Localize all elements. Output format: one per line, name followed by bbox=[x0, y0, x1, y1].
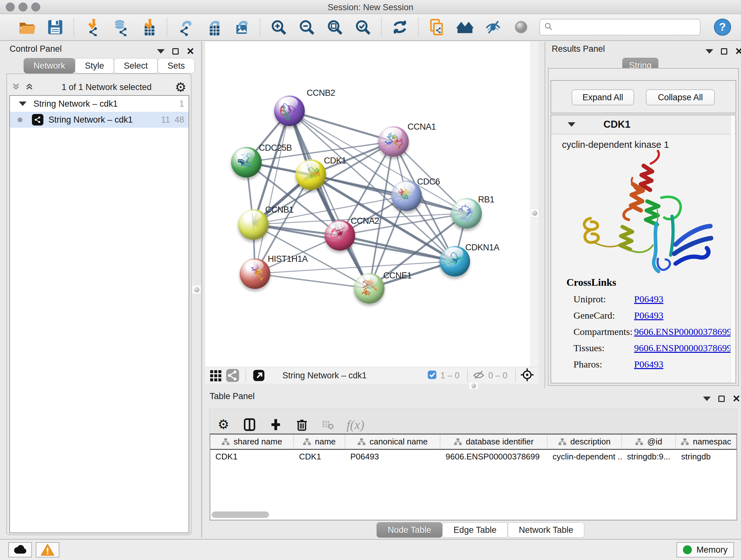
collection-expand-icon[interactable] bbox=[19, 102, 26, 106]
node-CDC25B[interactable] bbox=[231, 147, 262, 178]
node-CDK1[interactable] bbox=[295, 159, 326, 190]
columns-icon[interactable] bbox=[242, 417, 257, 432]
share-view-icon[interactable] bbox=[224, 368, 241, 383]
save-session-icon[interactable] bbox=[45, 17, 65, 37]
show-items-icon[interactable] bbox=[511, 17, 531, 37]
fit-selected-crosshair-icon[interactable] bbox=[520, 368, 534, 383]
gear-icon[interactable]: ⚙ bbox=[216, 417, 231, 432]
column-header--id[interactable]: @id bbox=[622, 435, 676, 449]
collapse-all-button[interactable]: Collapse All bbox=[646, 89, 715, 105]
tab-sets[interactable]: Sets bbox=[158, 58, 195, 73]
crosslink-link[interactable]: P06493 bbox=[634, 359, 664, 370]
export-image-icon[interactable] bbox=[232, 17, 252, 37]
node-label-CDKN1A: CDKN1A bbox=[465, 243, 499, 253]
selected-checkbox-icon[interactable] bbox=[427, 370, 437, 381]
tab-network-table[interactable]: Network Table bbox=[508, 522, 585, 538]
network-canvas[interactable]: CCNB2CCNA1CDC25BCDK1CDC6RB1CCNB1CCNA2CDK… bbox=[205, 42, 539, 367]
zoom-selected-icon[interactable] bbox=[353, 17, 373, 37]
tab-node-table[interactable]: Node Table bbox=[377, 522, 442, 538]
table-row[interactable]: CDK1CDK1P064939606.ENSP00000378699cyclin… bbox=[210, 450, 737, 464]
entry-collapse-icon[interactable] bbox=[568, 122, 576, 127]
zoom-in-icon[interactable] bbox=[269, 17, 288, 37]
export-table-icon[interactable] bbox=[204, 17, 223, 37]
node-HIST1H1A[interactable] bbox=[240, 258, 270, 289]
cloud-icon[interactable] bbox=[8, 542, 32, 557]
right-splitter-handle[interactable] bbox=[530, 208, 539, 217]
crosslink-row: Tissues:9606.ENSP00000378699 bbox=[574, 343, 736, 354]
node-label-CCNE1: CCNE1 bbox=[383, 271, 412, 281]
delete-icon[interactable] bbox=[294, 417, 310, 432]
help-icon[interactable]: ? bbox=[713, 17, 732, 37]
edge-CCNA2-CDKN1A[interactable] bbox=[340, 235, 455, 261]
zoom-out-icon[interactable] bbox=[297, 17, 317, 37]
results-entry-header[interactable]: CDK1 bbox=[551, 115, 736, 134]
warning-icon[interactable] bbox=[36, 542, 59, 557]
left-splitter-handle[interactable] bbox=[192, 285, 201, 294]
tab-select[interactable]: Select bbox=[114, 58, 158, 73]
network-collection-row[interactable]: String Network – cdk1 1 bbox=[10, 96, 189, 112]
float-panel-icon[interactable] bbox=[172, 48, 179, 55]
import-network-file-icon[interactable] bbox=[82, 17, 102, 37]
node-CCNE1[interactable] bbox=[354, 273, 385, 304]
close-panel-icon[interactable]: ✕ bbox=[732, 394, 740, 403]
cell--id[interactable]: stringdb:9... bbox=[622, 450, 676, 464]
cell-description[interactable]: cyclin-dependent ... bbox=[548, 450, 622, 464]
open-session-icon[interactable] bbox=[17, 17, 37, 37]
panel-menu-icon[interactable] bbox=[703, 396, 711, 401]
tab-edge-table[interactable]: Edge Table bbox=[442, 522, 508, 538]
string-home-icon[interactable] bbox=[455, 17, 475, 37]
memory-button[interactable]: Memory bbox=[677, 542, 734, 557]
import-network-database-icon[interactable] bbox=[111, 17, 130, 37]
update-network-icon[interactable] bbox=[390, 17, 410, 37]
column-header-database-identifier[interactable]: database identifier bbox=[441, 435, 547, 449]
cell-name[interactable]: CDK1 bbox=[294, 450, 345, 464]
table-hscrollbar-thumb[interactable] bbox=[212, 511, 269, 518]
crosslink-link[interactable]: P06493 bbox=[634, 294, 664, 305]
expand-all-button[interactable]: Expand All bbox=[571, 89, 634, 105]
import-table-icon[interactable] bbox=[138, 17, 158, 37]
node-table[interactable]: shared namenamecanonical namedatabase id… bbox=[210, 434, 737, 520]
column-header-description[interactable]: description bbox=[548, 435, 622, 449]
close-panel-icon[interactable]: ✕ bbox=[186, 47, 194, 56]
tab-style[interactable]: Style bbox=[75, 58, 114, 73]
crosslink-link[interactable]: P06493 bbox=[634, 310, 664, 321]
left-splitter[interactable] bbox=[201, 42, 202, 538]
cell-namespac[interactable]: stringdb bbox=[676, 450, 737, 464]
crosslink-link[interactable]: 9606.ENSP00000378699 bbox=[634, 343, 732, 354]
horizontal-splitter-handle[interactable] bbox=[469, 382, 478, 389]
cell-shared-name[interactable]: CDK1 bbox=[210, 450, 294, 464]
node-CCNB2[interactable] bbox=[274, 96, 305, 126]
column-header-shared-name[interactable]: shared name bbox=[210, 435, 294, 449]
column-header-canonical-name[interactable]: canonical name bbox=[345, 435, 441, 449]
node-RB1[interactable] bbox=[451, 198, 482, 229]
column-header-name[interactable]: name bbox=[294, 435, 345, 449]
close-panel-icon[interactable]: ✕ bbox=[735, 47, 741, 56]
node-CCNA1[interactable] bbox=[378, 126, 409, 157]
zoom-fit-icon[interactable] bbox=[325, 17, 345, 37]
collapse-all-networks-icon[interactable] bbox=[25, 82, 34, 92]
export-network-icon[interactable] bbox=[176, 17, 195, 37]
float-panel-icon[interactable] bbox=[718, 395, 725, 402]
node-CCNB1[interactable] bbox=[238, 209, 269, 240]
grid-view-icon[interactable] bbox=[208, 368, 224, 383]
edge-HIST1H1A-CCNE1[interactable] bbox=[255, 273, 369, 288]
clone-network-icon[interactable] bbox=[427, 17, 447, 37]
cell-database-identifier[interactable]: 9606.ENSP00000378699 bbox=[441, 450, 547, 464]
crosslink-link[interactable]: 9606.ENSP00000378699 bbox=[634, 326, 732, 337]
export-view-icon[interactable] bbox=[251, 368, 267, 383]
network-row[interactable]: String Network – cdk1 11 48 bbox=[10, 112, 189, 128]
tab-network[interactable]: Network bbox=[23, 58, 75, 73]
column-header-namespac[interactable]: namespac bbox=[676, 435, 737, 449]
cell-canonical-name[interactable]: P06493 bbox=[345, 450, 441, 464]
add-row-icon[interactable] bbox=[268, 417, 283, 432]
hidden-eye-icon[interactable] bbox=[472, 369, 485, 381]
control-panel-tabs: NetworkStyleSelectSets bbox=[23, 58, 195, 73]
results-scrollbar[interactable] bbox=[731, 115, 735, 383]
float-panel-icon[interactable] bbox=[721, 48, 727, 55]
hide-items-icon[interactable] bbox=[483, 17, 503, 37]
network-options-gear-icon[interactable]: ⚙ bbox=[175, 81, 186, 94]
expand-all-networks-icon[interactable] bbox=[11, 82, 20, 92]
panel-menu-icon[interactable] bbox=[157, 49, 165, 54]
search-input[interactable] bbox=[556, 22, 696, 33]
panel-menu-icon[interactable] bbox=[705, 49, 713, 54]
